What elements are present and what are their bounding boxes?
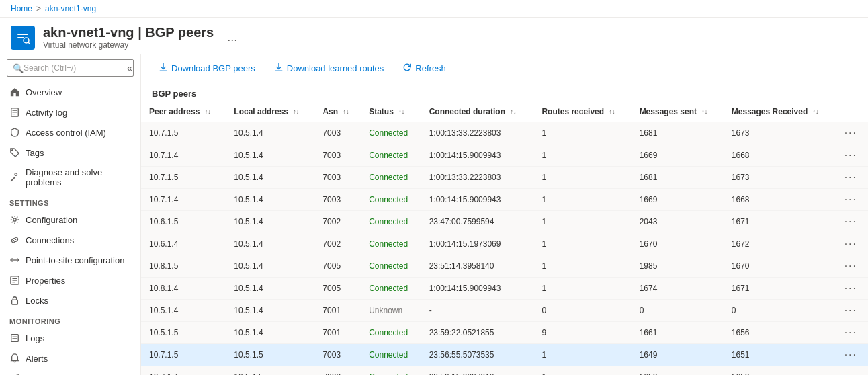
- cell-row-actions[interactable]: ···: [836, 255, 868, 278]
- cell-local-address: 10.5.1.4: [226, 322, 314, 344]
- table-row[interactable]: 10.7.1.5 10.5.1.4 7003 Connected 1:00:13…: [141, 167, 868, 189]
- row-more-icon[interactable]: ···: [844, 238, 857, 249]
- more-options-icon[interactable]: ...: [227, 30, 237, 44]
- content-area: Download BGP peers Download learned rout…: [141, 54, 868, 375]
- toolbar: Download BGP peers Download learned rout…: [141, 54, 868, 83]
- col-status[interactable]: Status ↑↓: [361, 101, 421, 122]
- cell-local-address: 10.5.1.4: [226, 300, 314, 322]
- row-more-icon[interactable]: ···: [844, 304, 857, 316]
- col-asn[interactable]: Asn ↑↓: [314, 101, 361, 122]
- col-messages-received[interactable]: Messages Received ↑↓: [724, 101, 836, 122]
- cell-peer-address: 10.7.1.4: [141, 366, 226, 376]
- table-row[interactable]: 10.7.1.5 10.5.1.4 7003 Connected 1:00:13…: [141, 122, 868, 144]
- table-row[interactable]: 10.5.1.5 10.5.1.4 7001 Connected 23:59:2…: [141, 322, 868, 344]
- cell-status: Connected: [361, 278, 421, 300]
- svg-rect-18: [11, 335, 19, 342]
- table-row[interactable]: 10.6.1.4 10.5.1.4 7002 Connected 1:00:14…: [141, 233, 868, 255]
- cell-row-actions[interactable]: ···: [836, 344, 868, 366]
- table-row[interactable]: 10.7.1.4 10.5.1.4 7003 Connected 1:00:14…: [141, 144, 868, 167]
- sidebar-item-connections[interactable]: Connections: [0, 230, 140, 250]
- download-bgp-button[interactable]: Download BGP peers: [152, 59, 262, 77]
- row-more-icon[interactable]: ···: [844, 260, 857, 272]
- cell-local-address: 10.5.1.4: [226, 278, 314, 300]
- cell-row-actions[interactable]: ···: [836, 366, 868, 376]
- page-subtitle: Virtual network gateway: [43, 40, 214, 50]
- cell-local-address: 10.5.1.4: [226, 233, 314, 255]
- collapse-icon[interactable]: «: [127, 62, 132, 73]
- cell-peer-address: 10.8.1.5: [141, 255, 226, 278]
- table-row[interactable]: 10.7.1.4 10.5.1.5 7003 Connected 23:59:1…: [141, 366, 868, 376]
- tag-icon: [9, 147, 20, 158]
- table-row[interactable]: 10.6.1.5 10.5.1.4 7002 Connected 23:47:0…: [141, 211, 868, 233]
- row-more-icon[interactable]: ···: [844, 371, 857, 375]
- sidebar-item-diagnose[interactable]: Diagnose and solve problems: [0, 163, 140, 192]
- col-messages-sent[interactable]: Messages sent ↑↓: [632, 101, 724, 122]
- sidebar-item-label: Logs: [26, 333, 44, 343]
- col-local-address[interactable]: Local address ↑↓: [226, 101, 314, 122]
- search-input[interactable]: [24, 63, 124, 73]
- cell-local-address: 10.5.1.4: [226, 211, 314, 233]
- cell-asn: 7003: [314, 189, 361, 211]
- col-connected-duration[interactable]: Connected duration ↑↓: [421, 101, 534, 122]
- cell-row-actions[interactable]: ···: [836, 122, 868, 144]
- sidebar-item-access-control[interactable]: Access control (IAM): [0, 122, 140, 142]
- sidebar-item-alerts[interactable]: Alerts: [0, 348, 140, 368]
- row-more-icon[interactable]: ···: [844, 127, 857, 138]
- cell-asn: 7002: [314, 211, 361, 233]
- cell-row-actions[interactable]: ···: [836, 144, 868, 167]
- properties-icon: [9, 275, 20, 286]
- svg-point-2: [24, 38, 29, 43]
- cell-duration: -: [421, 300, 534, 322]
- cell-row-actions[interactable]: ···: [836, 211, 868, 233]
- cell-duration: 1:00:14:15.9009943: [421, 144, 534, 167]
- download-routes-button[interactable]: Download learned routes: [267, 59, 391, 77]
- row-more-icon[interactable]: ···: [844, 327, 857, 338]
- link-icon: [9, 235, 20, 245]
- refresh-button[interactable]: Refresh: [396, 59, 453, 77]
- row-more-icon[interactable]: ···: [844, 171, 857, 183]
- row-more-icon[interactable]: ···: [844, 149, 857, 161]
- cell-row-actions[interactable]: ···: [836, 300, 868, 322]
- col-routes-received[interactable]: Routes received ↑↓: [533, 101, 631, 122]
- cell-row-actions[interactable]: ···: [836, 278, 868, 300]
- sidebar-item-metrics[interactable]: Metrics: [0, 368, 140, 375]
- breadcrumb-home[interactable]: Home: [11, 4, 32, 13]
- cell-row-actions[interactable]: ···: [836, 189, 868, 211]
- table-row[interactable]: 10.8.1.4 10.5.1.4 7005 Connected 1:00:14…: [141, 278, 868, 300]
- cell-routes: 9: [533, 322, 631, 344]
- cell-row-actions[interactable]: ···: [836, 322, 868, 344]
- cell-local-address: 10.5.1.4: [226, 144, 314, 167]
- cell-row-actions[interactable]: ···: [836, 233, 868, 255]
- sidebar: 🔍 « Overview Activity log Access control…: [0, 54, 141, 375]
- cell-received: 1668: [724, 144, 836, 167]
- cell-row-actions[interactable]: ···: [836, 167, 868, 189]
- table-row[interactable]: 10.7.1.4 10.5.1.4 7003 Connected 1:00:14…: [141, 189, 868, 211]
- sidebar-item-properties[interactable]: Properties: [0, 270, 140, 290]
- table-row[interactable]: 10.7.1.5 10.5.1.5 7003 Connected 23:56:5…: [141, 344, 868, 366]
- cell-asn: 7003: [314, 167, 361, 189]
- table-row[interactable]: 10.5.1.4 10.5.1.4 7001 Unknown - 0 0 0 ·…: [141, 300, 868, 322]
- row-more-icon[interactable]: ···: [844, 282, 857, 294]
- sidebar-item-point-to-site[interactable]: Point-to-site configuration: [0, 250, 140, 270]
- sidebar-item-tags[interactable]: Tags: [0, 142, 140, 163]
- col-peer-address[interactable]: Peer address ↑↓: [141, 101, 226, 122]
- row-more-icon[interactable]: ···: [844, 349, 857, 360]
- sidebar-item-activity-log[interactable]: Activity log: [0, 102, 140, 122]
- cell-peer-address: 10.7.1.5: [141, 122, 226, 144]
- cell-duration: 1:00:13:33.2223803: [421, 167, 534, 189]
- sidebar-item-configuration[interactable]: Configuration: [0, 210, 140, 230]
- cell-sent: 1669: [632, 144, 724, 167]
- sidebar-item-overview[interactable]: Overview: [0, 82, 140, 102]
- sidebar-item-logs[interactable]: Logs: [0, 328, 140, 348]
- cell-received: 1672: [724, 233, 836, 255]
- cell-peer-address: 10.7.1.4: [141, 144, 226, 167]
- table-row[interactable]: 10.8.1.5 10.5.1.4 7005 Connected 23:51:1…: [141, 255, 868, 278]
- row-more-icon[interactable]: ···: [844, 194, 857, 205]
- sidebar-item-locks[interactable]: Locks: [0, 290, 140, 310]
- cell-status: Unknown: [361, 300, 421, 322]
- breadcrumb-current[interactable]: akn-vnet1-vng: [45, 4, 96, 13]
- sidebar-item-label: Tags: [26, 148, 44, 158]
- svg-line-3: [28, 42, 30, 44]
- row-more-icon[interactable]: ···: [844, 216, 857, 227]
- cell-routes: 0: [533, 300, 631, 322]
